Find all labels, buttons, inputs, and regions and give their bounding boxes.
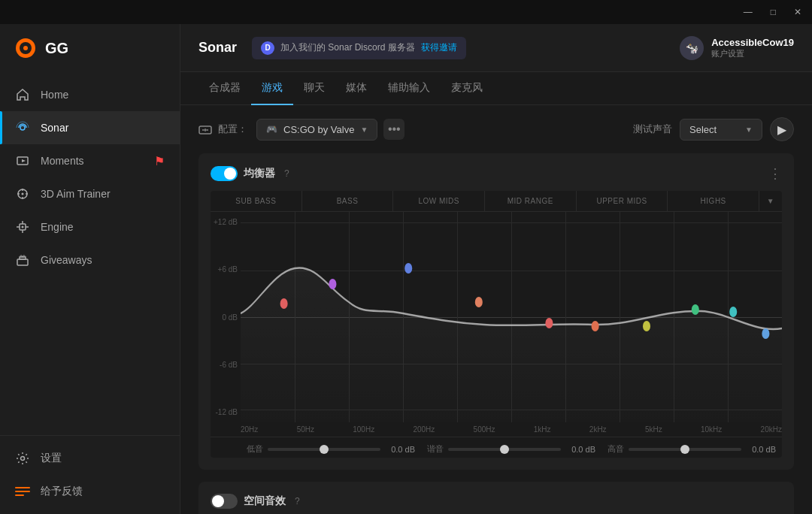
moments-icon <box>15 153 30 168</box>
test-sound-arrow-icon: ▼ <box>745 125 753 134</box>
eq-chart: SUB BASS BASS LOW MIDS MID RANGE UPPER M… <box>211 191 782 458</box>
moments-badge: ⚑ <box>154 154 165 168</box>
user-settings-link[interactable]: 账户设置 <box>711 48 794 59</box>
sidebar-item-engine[interactable]: Engine <box>0 210 180 243</box>
eq-title: 均衡器 <box>244 167 275 180</box>
tab-media[interactable]: 媒体 <box>335 72 377 105</box>
sidebar-item-sonar[interactable]: Sonar <box>0 111 180 144</box>
band-sub-bass: SUB BASS <box>211 191 302 211</box>
tab-mic[interactable]: 麦克风 <box>441 72 493 105</box>
dropdown-arrow-icon: ▼ <box>360 125 368 134</box>
config-more-button[interactable]: ••• <box>383 119 404 140</box>
app-logo-text: GG <box>45 40 68 57</box>
tab-chat[interactable]: 聊天 <box>293 72 335 105</box>
mid-slider-track[interactable] <box>448 448 561 451</box>
chart-inner <box>241 212 782 422</box>
sidebar-nav: Home Sonar <box>0 72 180 435</box>
band-low-mids: LOW MIDS <box>393 191 485 211</box>
hz-label-50: 50Hz <box>297 425 314 434</box>
test-sound-section: 测试声音 Select ▼ ▶ <box>633 117 794 141</box>
sidebar-label-sonar: Sonar <box>41 122 68 134</box>
svg-point-20 <box>21 457 25 461</box>
spatial-header: 空间音效 ? <box>211 494 782 509</box>
maximize-button[interactable]: □ <box>766 5 780 19</box>
svg-point-3 <box>20 125 25 130</box>
eq-curve-svg <box>241 212 782 422</box>
band-mid-range: MID RANGE <box>485 191 577 211</box>
sliders-row: 低音 0.0 dB 谐音 0.0 dB <box>211 437 782 458</box>
discord-invite-link[interactable]: 获得邀请 <box>421 41 457 54</box>
user-name: AccessibleCow19 <box>711 37 794 48</box>
feedback-icon <box>15 484 30 499</box>
test-sound-select[interactable]: Select ▼ <box>680 119 762 141</box>
eq-toggle[interactable] <box>211 166 238 181</box>
bass-slider-thumb[interactable] <box>320 445 329 454</box>
content-area[interactable]: 配置： 🎮 CS:GO by Valve ▼ ••• 测试声音 Select ▼ <box>180 105 812 514</box>
sidebar-logo: GG <box>0 24 180 72</box>
sidebar-label-moments: Moments <box>41 155 84 167</box>
eq-point-3 <box>404 263 412 274</box>
eq-more-button[interactable]: ⋮ <box>768 165 782 182</box>
bass-slider-value: 0.0 dB <box>385 445 415 454</box>
eq-point-5 <box>545 318 553 328</box>
freq-hz-labels: 20Hz 50Hz 100Hz 200Hz 500Hz 1kHz 2kHz 5k… <box>211 422 782 437</box>
config-label: 配置： <box>198 122 247 136</box>
mid-slider-value: 0.0 dB <box>565 445 595 454</box>
eq-help-icon[interactable]: ? <box>284 168 289 179</box>
selected-game-label: CS:GO by Valve <box>283 124 354 135</box>
slider-treble-label: 高音 <box>607 443 624 455</box>
eq-point-7 <box>643 321 650 331</box>
eq-point-1 <box>280 298 288 309</box>
band-bass: BASS <box>302 191 394 211</box>
spatial-help-icon[interactable]: ? <box>295 496 300 506</box>
steelseries-logo-icon <box>15 38 36 59</box>
hz-label-500: 500Hz <box>474 425 495 434</box>
band-upper-mids: UPPER MIDS <box>577 191 668 211</box>
svg-marker-5 <box>22 159 26 162</box>
app-body: GG Home <box>0 24 812 514</box>
eq-header: 均衡器 ? ⋮ <box>211 165 782 182</box>
svg-point-23 <box>207 129 208 131</box>
spatial-card: 空间音效 ? <box>198 482 794 514</box>
close-button[interactable]: ✕ <box>789 5 806 19</box>
sidebar-label-aim-trainer: 3D Aim Trainer <box>41 188 111 200</box>
db-label-12: +12 dB <box>214 218 238 226</box>
svg-point-7 <box>22 193 24 195</box>
chart-area: +12 dB +6 dB 0 dB -6 dB -12 dB <box>211 212 782 422</box>
play-button[interactable]: ▶ <box>770 117 794 141</box>
sidebar-item-feedback[interactable]: 给予反馈 <box>0 475 180 508</box>
test-sound-label: 测试声音 <box>633 122 672 136</box>
sidebar-label-home: Home <box>41 89 68 101</box>
slider-mid-label: 谐音 <box>427 443 444 455</box>
discord-banner[interactable]: D 加入我们的 Sonar Discord 服务器 获得邀请 <box>252 37 466 59</box>
eq-point-9 <box>729 307 737 317</box>
svg-point-22 <box>202 129 204 131</box>
mid-slider-thumb[interactable] <box>500 445 509 454</box>
db-label-neg12: -12 dB <box>214 408 238 416</box>
sidebar-label-engine: Engine <box>41 221 74 233</box>
game-select-dropdown[interactable]: 🎮 CS:GO by Valve ▼ <box>256 119 377 141</box>
eq-point-10 <box>762 328 769 339</box>
config-select-wrapper: 🎮 CS:GO by Valve ▼ ••• <box>256 119 404 141</box>
tab-game[interactable]: 游戏 <box>251 72 293 105</box>
treble-slider-thumb[interactable] <box>680 445 689 454</box>
sidebar-item-aim-trainer[interactable]: 3D Aim Trainer <box>0 177 180 210</box>
bass-slider-track[interactable] <box>268 448 380 451</box>
db-label-neg6: -6 dB <box>214 361 238 369</box>
band-highs: HIGHS <box>668 191 759 211</box>
sidebar-item-settings[interactable]: 设置 <box>0 442 180 475</box>
sidebar: GG Home <box>0 24 180 514</box>
sonar-icon <box>15 120 30 135</box>
sidebar-item-moments[interactable]: Moments ⚑ <box>0 144 180 177</box>
spatial-toggle[interactable] <box>211 494 238 509</box>
band-expand[interactable]: ▼ <box>759 191 782 211</box>
treble-slider-track[interactable] <box>629 448 741 451</box>
toggle-knob <box>224 168 236 180</box>
tab-aux[interactable]: 辅助输入 <box>377 72 441 105</box>
minimize-button[interactable]: — <box>739 5 757 19</box>
sidebar-item-giveaways[interactable]: Giveaways <box>0 243 180 277</box>
sidebar-item-home[interactable]: Home <box>0 78 180 111</box>
sidebar-bottom: 设置 给予反馈 <box>0 435 180 514</box>
eq-point-8 <box>692 304 699 315</box>
tab-mixer[interactable]: 合成器 <box>198 72 251 105</box>
